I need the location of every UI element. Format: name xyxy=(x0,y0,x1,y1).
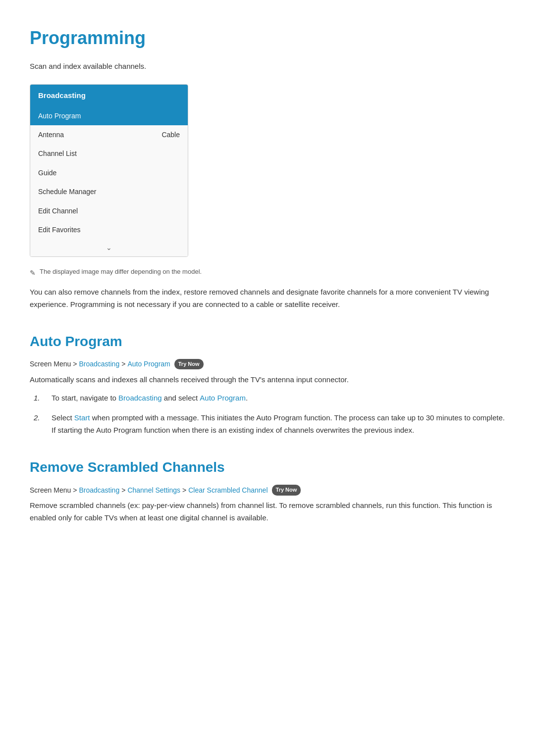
breadcrumb-sep-5: > xyxy=(182,485,186,496)
intro-text: Scan and index available channels. xyxy=(30,60,505,72)
breadcrumb-sep-1: > xyxy=(73,358,77,369)
remove-scrambled-section: Remove Scrambled Channels Screen Menu > … xyxy=(30,456,505,524)
step-text-2: Select Start when prompted with a messag… xyxy=(52,412,505,437)
remove-scrambled-breadcrumb: Screen Menu > Broadcasting > Channel Set… xyxy=(30,485,505,496)
auto-program-section: Auto Program Screen Menu > Broadcasting … xyxy=(30,331,505,437)
tv-menu-chevron: ⌄ xyxy=(30,239,188,256)
note-text: The displayed image may differ depending… xyxy=(40,267,202,277)
breadcrumb-sep-2: > xyxy=(121,358,125,369)
breadcrumb-sep-3: > xyxy=(73,485,77,496)
tv-menu-header: Broadcasting xyxy=(30,85,188,106)
auto-program-breadcrumb: Screen Menu > Broadcasting > Auto Progra… xyxy=(30,358,505,369)
try-now-badge-1[interactable]: Try Now xyxy=(174,359,204,370)
step1-auto-program-link[interactable]: Auto Program xyxy=(200,394,246,402)
tv-menu-item-label: Edit Favorites xyxy=(38,224,81,235)
remove-scrambled-title: Remove Scrambled Channels xyxy=(30,456,505,479)
step-1: 1. To start, navigate to Broadcasting an… xyxy=(34,392,505,404)
note-line: ✎ The displayed image may differ dependi… xyxy=(30,267,505,278)
auto-program-desc: Automatically scans and indexes all chan… xyxy=(30,374,505,386)
auto-program-title: Auto Program xyxy=(30,331,505,353)
tv-menu-items: Auto ProgramAntennaCableChannel ListGuid… xyxy=(30,106,188,240)
tv-menu-item-label: Auto Program xyxy=(38,110,81,121)
body-text: You can also remove channels from the in… xyxy=(30,286,505,311)
tv-menu-item: AntennaCable xyxy=(30,125,188,144)
breadcrumb-channel-settings[interactable]: Channel Settings xyxy=(127,485,180,496)
breadcrumb-sep-4: > xyxy=(121,485,125,496)
pencil-icon: ✎ xyxy=(30,267,36,278)
tv-menu-item: Edit Favorites xyxy=(30,220,188,239)
remove-scrambled-desc: Remove scrambled channels (ex: pay-per-v… xyxy=(30,500,505,524)
tv-menu-item-label: Guide xyxy=(38,167,56,178)
step-2: 2. Select Start when prompted with a mes… xyxy=(34,412,505,437)
tv-menu-item-value: Cable xyxy=(161,129,180,140)
breadcrumb-prefix-2: Screen Menu xyxy=(30,485,71,496)
step-text-1: To start, navigate to Broadcasting and s… xyxy=(52,392,505,404)
tv-menu-item-label: Schedule Manager xyxy=(38,186,97,197)
auto-program-steps: 1. To start, navigate to Broadcasting an… xyxy=(34,392,505,437)
tv-menu-item: Guide xyxy=(30,163,188,182)
step-number-2: 2. xyxy=(34,412,44,424)
tv-menu-item: Channel List xyxy=(30,144,188,163)
breadcrumb-auto-program[interactable]: Auto Program xyxy=(127,358,170,369)
step1-broadcasting-link[interactable]: Broadcasting xyxy=(118,394,162,402)
step-number-1: 1. xyxy=(34,392,44,404)
breadcrumb-prefix-1: Screen Menu xyxy=(30,358,71,369)
page-title: Programming xyxy=(30,24,505,52)
tv-menu-item: Edit Channel xyxy=(30,202,188,220)
tv-menu-item-label: Channel List xyxy=(38,148,77,159)
tv-menu-screenshot: Broadcasting Auto ProgramAntennaCableCha… xyxy=(30,84,188,257)
tv-menu-item-label: Edit Channel xyxy=(38,205,78,216)
breadcrumb-clear-scrambled[interactable]: Clear Scrambled Channel xyxy=(188,485,268,496)
try-now-badge-2[interactable]: Try Now xyxy=(272,485,301,496)
tv-menu-item: Schedule Manager xyxy=(30,182,188,201)
breadcrumb-broadcasting-1[interactable]: Broadcasting xyxy=(79,358,119,369)
tv-menu-item: Auto Program xyxy=(30,106,188,125)
step2-start-link[interactable]: Start xyxy=(74,413,90,422)
tv-menu-item-label: Antenna xyxy=(38,129,64,140)
breadcrumb-broadcasting-2[interactable]: Broadcasting xyxy=(79,485,119,496)
